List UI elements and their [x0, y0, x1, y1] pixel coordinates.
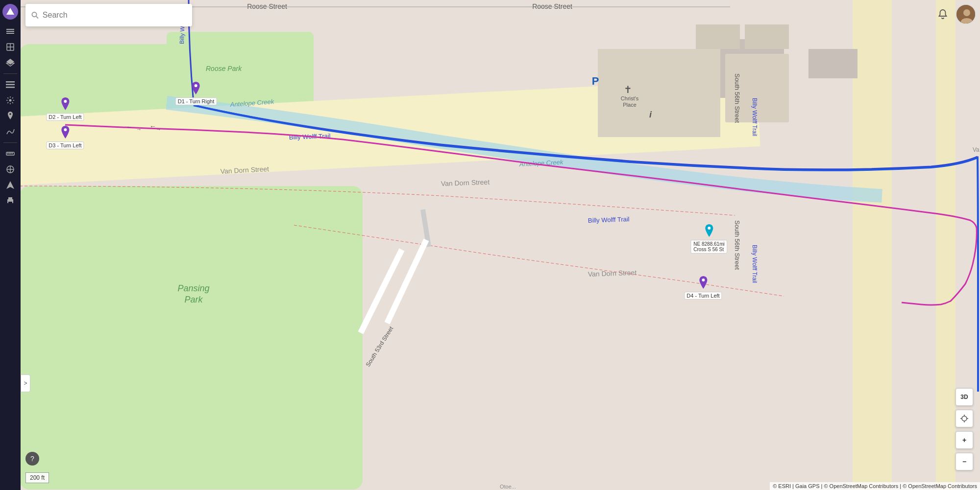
svg-text:Billy Wolff Trail: Billy Wolff Trail: [588, 215, 630, 224]
scale-bar: 200 ft: [25, 472, 49, 483]
sidebar-icon-measure[interactable]: [3, 147, 17, 161]
svg-rect-37: [6, 31, 14, 32]
sidebar-icon-settings[interactable]: [3, 93, 17, 107]
building-top-right: [808, 49, 858, 78]
svg-line-63: [36, 16, 38, 18]
svg-text:Billy Wolff Trail: Billy Wolff Trail: [751, 245, 758, 283]
sidebar-icon-pin[interactable]: [3, 109, 17, 123]
sidebar-icon-navigate[interactable]: [3, 178, 17, 192]
svg-text:Van Dorn Street: Van Dorn Street: [588, 269, 637, 278]
svg-point-34: [708, 227, 710, 230]
info-pin-label: NE 8288.61miCross S 56 St: [690, 240, 727, 254]
sidebar-icon-layers[interactable]: [3, 24, 17, 38]
pin-d4[interactable]: D4 - Turn Left: [684, 276, 722, 300]
svg-point-31: [64, 100, 67, 103]
search-icon: [31, 11, 39, 19]
pin-d1[interactable]: D1 - Turn Right: [175, 82, 217, 105]
building-small-2: [696, 24, 740, 49]
svg-point-33: [702, 279, 705, 281]
svg-point-65: [963, 9, 970, 16]
sidebar-icon-list[interactable]: [3, 78, 17, 92]
svg-rect-59: [8, 197, 12, 199]
collapse-button[interactable]: >: [21, 374, 30, 392]
map-attribution: © ESRI | Gaia GPS | © OpenStreetMap Cont…: [770, 482, 980, 490]
search-input[interactable]: [43, 11, 186, 20]
pin-d2-label: D2 - Turn Left: [46, 113, 84, 121]
svg-marker-35: [6, 8, 14, 15]
svg-text:Van Dorn Street: Van Dorn Street: [441, 178, 490, 187]
road-billy-wolff-right: [936, 0, 956, 490]
svg-rect-36: [6, 29, 14, 30]
user-avatar[interactable]: [956, 4, 976, 24]
svg-point-67: [962, 416, 967, 421]
svg-point-32: [64, 128, 67, 131]
svg-text:Roose Street: Roose Street: [532, 2, 572, 10]
notification-bell[interactable]: [934, 5, 952, 23]
pin-d2[interactable]: D2 - Turn Left: [46, 97, 84, 121]
svg-text:Va: Va: [973, 146, 980, 153]
svg-point-48: [9, 113, 11, 115]
sidebar-divider-2: [3, 142, 17, 143]
btn-zoom-in[interactable]: +: [956, 431, 973, 449]
app-logo[interactable]: [2, 4, 18, 20]
btn-3d[interactable]: 3D: [956, 388, 973, 406]
svg-text:Antelope Creek: Antelope Creek: [518, 158, 564, 168]
svg-point-47: [9, 99, 12, 102]
search-bar[interactable]: [25, 4, 192, 26]
btn-zoom-out[interactable]: −: [956, 453, 973, 470]
svg-rect-44: [6, 81, 15, 83]
svg-point-61: [12, 200, 13, 201]
svg-marker-57: [6, 181, 14, 189]
svg-rect-60: [8, 202, 12, 204]
road-south56: [853, 0, 892, 490]
pin-d3-label: D3 - Turn Left: [46, 141, 84, 149]
sidebar-icon-stacked[interactable]: [3, 56, 17, 70]
svg-point-62: [32, 12, 36, 17]
svg-text:South 56th Street: South 56th Street: [734, 220, 741, 270]
sidebar-divider-1: [3, 73, 17, 74]
svg-rect-46: [6, 87, 15, 88]
pin-d1-label: D1 - Turn Right: [175, 97, 217, 105]
building-small-1: [745, 24, 789, 49]
bottom-right-controls: 3D + −: [956, 388, 973, 470]
sidebar-icon-map[interactable]: [3, 40, 17, 54]
btn-locate[interactable]: [956, 410, 973, 427]
sidebar-icon-track[interactable]: [3, 125, 17, 139]
help-button[interactable]: ?: [25, 452, 39, 466]
sidebar-icon-waypoint[interactable]: [3, 163, 17, 176]
parking-lot: [598, 49, 720, 137]
svg-rect-38: [6, 33, 14, 34]
svg-text:South 53rd Street: South 53rd Street: [365, 325, 395, 368]
svg-text:Otoe...: Otoe...: [500, 484, 516, 490]
right-controls: [934, 4, 976, 24]
svg-text:Roose Street: Roose Street: [247, 2, 287, 10]
sidebar-icon-print[interactable]: [3, 194, 17, 208]
map-container[interactable]: Roose Street Roose Street Antelope Creek…: [0, 0, 980, 490]
pin-d4-label: D4 - Turn Left: [684, 292, 722, 300]
info-pin[interactable]: NE 8288.61miCross S 56 St: [690, 224, 727, 254]
building-church: [725, 54, 789, 122]
svg-point-30: [195, 84, 197, 87]
sidebar: [0, 0, 21, 490]
park-pansing: [20, 186, 363, 490]
pin-d3[interactable]: D3 - Turn Left: [46, 126, 84, 149]
svg-rect-45: [6, 84, 15, 86]
